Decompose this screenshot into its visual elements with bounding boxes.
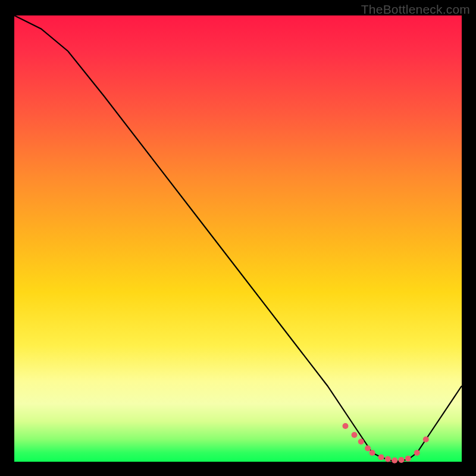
chart-svg: [14, 15, 462, 462]
marker-dot: [423, 437, 429, 443]
marker-dot: [385, 456, 391, 462]
watermark-text: TheBottleneck.com: [361, 2, 470, 17]
marker-dot: [369, 450, 375, 456]
marker-dot: [405, 456, 411, 462]
marker-dot: [378, 455, 384, 461]
marker-dot: [352, 432, 358, 438]
marker-dot: [399, 457, 405, 463]
marker-group: [343, 423, 429, 464]
curve-path: [14, 15, 462, 462]
marker-dot: [365, 446, 371, 452]
marker-dot: [392, 458, 397, 464]
marker-dot: [414, 450, 420, 456]
marker-dot: [358, 439, 364, 444]
marker-dot: [343, 423, 349, 429]
chart-frame: [14, 15, 462, 462]
